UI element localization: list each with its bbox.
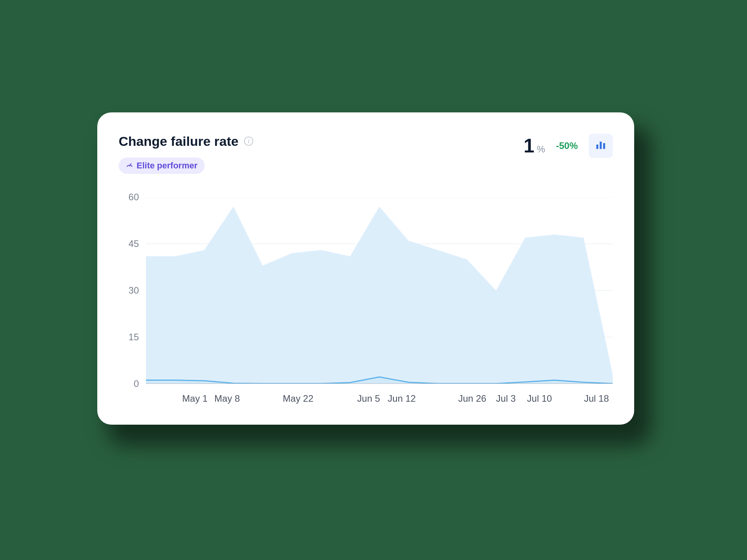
gauge-icon <box>126 161 133 171</box>
performance-badge: Elite performer <box>119 158 205 174</box>
svg-rect-0 <box>596 144 598 149</box>
x-tick-label: Jun 12 <box>388 393 416 404</box>
metric-value-group: 1 % <box>524 135 545 157</box>
header-right: 1 % -50% <box>524 134 613 158</box>
metric-delta: -50% <box>556 140 578 151</box>
header-left: Change failure rate i Elite performer <box>119 134 253 174</box>
y-tick-label: 0 <box>134 378 139 389</box>
x-tick-label: Jun 5 <box>357 393 380 404</box>
x-tick-label: May 8 <box>214 393 240 404</box>
x-tick-label: Jun 26 <box>458 393 486 404</box>
badge-label: Elite performer <box>137 161 198 171</box>
x-tick-label: Jul 10 <box>527 393 552 404</box>
y-tick-label: 60 <box>128 192 139 203</box>
svg-rect-2 <box>603 143 605 149</box>
metric-value: 1 <box>524 135 535 157</box>
x-tick-label: May 22 <box>283 393 314 404</box>
svg-rect-1 <box>600 142 602 149</box>
x-tick-label: Jul 3 <box>496 393 516 404</box>
x-tick-label: Jul 18 <box>584 393 609 404</box>
plot-region <box>146 197 613 384</box>
x-tick-label: May 1 <box>182 393 207 404</box>
title-row: Change failure rate i <box>119 134 253 149</box>
metric-card: Change failure rate i Elite performer 1 … <box>97 112 634 425</box>
card-header: Change failure rate i Elite performer 1 … <box>119 134 613 174</box>
metric-unit: % <box>537 144 545 155</box>
info-icon[interactable]: i <box>244 136 253 146</box>
x-axis: May 1May 8May 22Jun 5Jun 12Jun 26Jul 3Ju… <box>146 388 613 407</box>
y-axis: 015304560 <box>119 197 142 384</box>
y-tick-label: 45 <box>128 238 139 249</box>
bar-chart-icon <box>595 139 607 152</box>
y-tick-label: 30 <box>128 285 139 296</box>
background-area <box>146 206 613 384</box>
chart-type-button[interactable] <box>589 134 613 158</box>
card-title: Change failure rate <box>119 134 238 149</box>
y-tick-label: 15 <box>128 332 139 343</box>
chart-area: 015304560 May 1May 8May 22Jun 5Jun 12Jun… <box>119 197 613 407</box>
